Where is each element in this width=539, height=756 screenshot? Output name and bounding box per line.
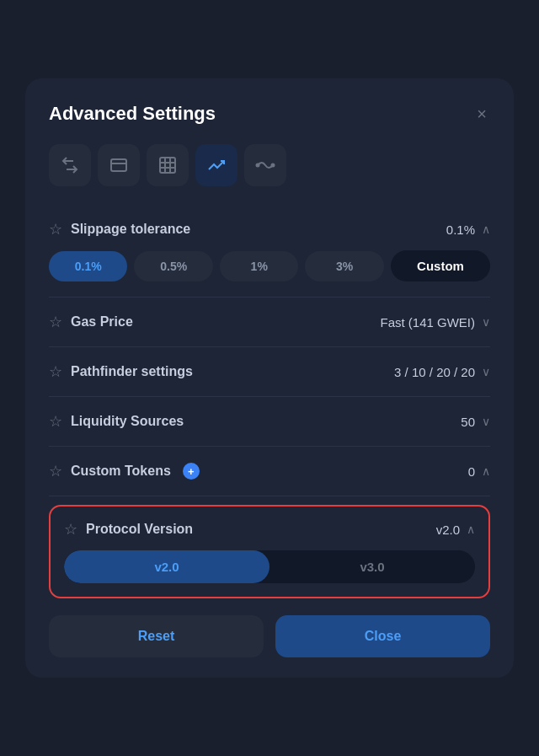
pathfinder-header: ☆ Pathfinder settings 3 / 10 / 20 / 20 ∨ — [49, 362, 490, 381]
gas-price-chevron[interactable]: ∨ — [482, 315, 490, 329]
pathfinder-left: ☆ Pathfinder settings — [49, 362, 193, 381]
custom-tokens-chevron[interactable]: ∧ — [482, 464, 490, 478]
liquidity-chevron[interactable]: ∨ — [482, 415, 490, 428]
custom-tokens-plus-button[interactable]: + — [183, 463, 200, 480]
svg-rect-2 — [160, 158, 175, 173]
liquidity-header: ☆ Liquidity Sources 50 ∨ — [49, 412, 490, 431]
pathfinder-value: 3 / 10 / 20 / 20 — [394, 365, 475, 379]
svg-point-8 — [272, 164, 275, 167]
slippage-value: 0.1% — [446, 223, 475, 237]
protocol-version-chevron[interactable]: ∧ — [467, 523, 475, 536]
tab-bridge-icon[interactable] — [98, 144, 140, 186]
slippage-header: ☆ Slippage tolerance 0.1% ∧ — [49, 220, 490, 239]
liquidity-star-icon: ☆ — [49, 412, 62, 431]
slippage-options: 0.1% 0.5% 1% 3% Custom — [49, 250, 490, 281]
slippage-option-1[interactable]: 1% — [220, 251, 298, 281]
slippage-left: ☆ Slippage tolerance — [49, 220, 190, 239]
slippage-option-0.1[interactable]: 0.1% — [49, 251, 127, 281]
gas-price-row: ☆ Gas Price Fast (141 GWEI) ∨ — [49, 298, 490, 347]
custom-tokens-label: Custom Tokens — [71, 464, 171, 479]
modal-close-button[interactable]: × — [473, 102, 490, 126]
slippage-tolerance-row: ☆ Slippage tolerance 0.1% ∧ 0.1% 0.5% 1%… — [49, 205, 490, 298]
custom-tokens-star-icon: ☆ — [49, 462, 62, 480]
protocol-version-section: ☆ Protocol Version v2.0 ∧ v2.0 v3.0 — [49, 505, 490, 598]
svg-rect-0 — [111, 159, 126, 171]
liquidity-value-group: 50 ∨ — [461, 415, 490, 429]
custom-tokens-value: 0 — [468, 464, 475, 479]
protocol-v3-button[interactable]: v3.0 — [270, 550, 475, 583]
protocol-version-value-group: v2.0 ∧ — [436, 523, 475, 537]
pathfinder-row: ☆ Pathfinder settings 3 / 10 / 20 / 20 ∨ — [49, 347, 490, 397]
tab-bar — [49, 144, 490, 186]
gas-price-value-group: Fast (141 GWEI) ∨ — [380, 315, 490, 330]
gas-price-value: Fast (141 GWEI) — [380, 315, 475, 330]
modal-title: Advanced Settings — [49, 103, 216, 125]
reset-button[interactable]: Reset — [49, 615, 264, 657]
protocol-version-left: ☆ Protocol Version — [64, 520, 193, 539]
tab-route-icon[interactable] — [244, 144, 286, 186]
protocol-version-header: ☆ Protocol Version v2.0 ∧ — [64, 520, 475, 539]
slippage-chevron[interactable]: ∧ — [482, 223, 490, 236]
protocol-star-icon: ☆ — [64, 520, 77, 539]
slippage-option-0.5[interactable]: 0.5% — [134, 251, 212, 281]
slippage-option-3[interactable]: 3% — [305, 251, 383, 281]
protocol-version-label: Protocol Version — [86, 522, 193, 537]
gas-price-label: Gas Price — [71, 314, 133, 330]
custom-tokens-left: ☆ Custom Tokens + — [49, 462, 200, 480]
protocol-v2-button[interactable]: v2.0 — [64, 550, 270, 583]
pathfinder-label: Pathfinder settings — [71, 364, 193, 379]
gas-price-star-icon: ☆ — [49, 313, 62, 331]
slippage-label: Slippage tolerance — [71, 222, 190, 237]
footer: Reset Close — [49, 615, 490, 657]
slippage-custom-button[interactable]: Custom — [391, 250, 490, 281]
tab-table-icon[interactable] — [147, 144, 189, 186]
liquidity-value: 50 — [461, 415, 475, 429]
tab-chart-icon[interactable] — [195, 144, 237, 186]
modal-header: Advanced Settings × — [49, 102, 490, 126]
slippage-star-icon: ☆ — [49, 220, 62, 239]
advanced-settings-modal: Advanced Settings × — [25, 78, 514, 678]
slippage-value-group: 0.1% ∧ — [446, 223, 490, 237]
custom-tokens-header: ☆ Custom Tokens + 0 ∧ — [49, 462, 490, 480]
protocol-version-value: v2.0 — [436, 523, 460, 537]
liquidity-row: ☆ Liquidity Sources 50 ∨ — [49, 397, 490, 447]
liquidity-label: Liquidity Sources — [71, 414, 184, 429]
pathfinder-star-icon: ☆ — [49, 362, 62, 381]
custom-tokens-row: ☆ Custom Tokens + 0 ∧ — [49, 447, 490, 496]
pathfinder-chevron[interactable]: ∨ — [482, 365, 490, 378]
custom-tokens-value-group: 0 ∧ — [468, 464, 490, 479]
tab-swap-icon[interactable] — [49, 144, 91, 186]
gas-price-left: ☆ Gas Price — [49, 313, 133, 331]
svg-point-7 — [257, 164, 259, 167]
gas-price-header: ☆ Gas Price Fast (141 GWEI) ∨ — [49, 313, 490, 331]
close-button[interactable]: Close — [275, 615, 490, 657]
liquidity-left: ☆ Liquidity Sources — [49, 412, 184, 431]
protocol-toggle: v2.0 v3.0 — [64, 550, 475, 583]
pathfinder-value-group: 3 / 10 / 20 / 20 ∨ — [394, 365, 490, 379]
